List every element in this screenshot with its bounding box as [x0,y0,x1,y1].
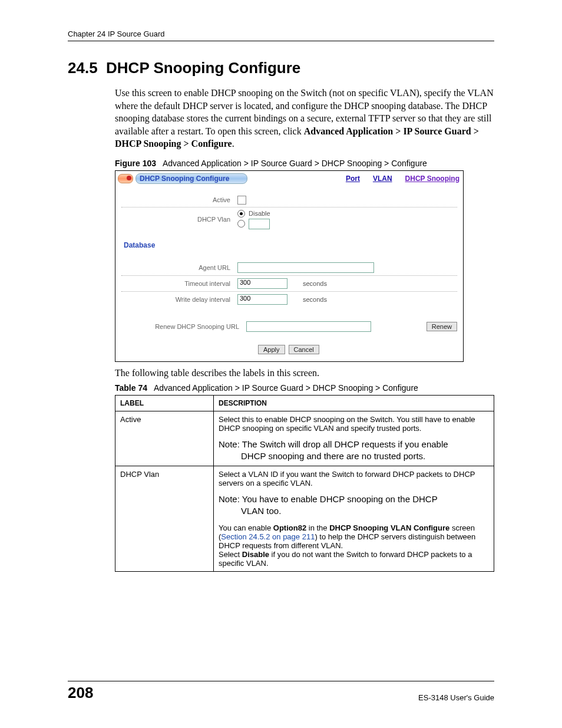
label-disable: Disable [249,210,270,217]
radio-vlan-id[interactable] [237,220,245,228]
label-write-delay: Write delay interval [121,294,237,305]
th-description: DESCRIPTION [214,395,494,411]
scr-title: DHCP Snooping Configure [135,173,247,184]
section-heading: 24.5 DHCP Snooping Configure [68,59,494,77]
label-seconds-2: seconds [291,296,327,303]
cell-desc-dhcp-vlan: Select a VLAN ID if you want the Switch … [214,466,494,572]
table-number: Table 74 [115,383,147,393]
link-vlan[interactable]: VLAN [373,174,392,183]
desc-text: Select this to enable DHCP snooping on t… [219,415,475,433]
desc-option82: You can enable Option82 in the DHCP Snoo… [219,523,489,550]
link-dhcp-snooping[interactable]: DHCP Snooping [405,174,459,183]
input-renew-url[interactable] [246,321,371,332]
apply-button[interactable]: Apply [258,345,285,354]
screenshot-figure: DHCP Snooping Configure Port VLAN DHCP S… [115,170,464,362]
cancel-button[interactable]: Cancel [289,345,319,354]
label-renew-url: Renew DHCP Snooping URL [121,321,246,332]
input-vlan-id[interactable] [249,219,270,229]
cell-label-dhcp-vlan: DHCP Vlan [115,466,214,572]
table-caption: Table 74 Advanced Application > IP Sourc… [115,383,494,393]
note-line1: Note: You have to enable DHCP snooping o… [219,494,438,504]
table-row: DHCP Vlan Select a VLAN ID if you want t… [115,466,494,572]
figure-caption-text: Advanced Application > IP Source Guard >… [163,159,427,168]
post-figure-text: The following table describes the labels… [115,367,494,380]
page-number: 208 [68,684,93,702]
note-line1: Note: The Switch will drop all DHCP requ… [219,439,448,449]
intro-paragraph: Use this screen to enable DHCP snooping … [115,87,494,150]
cell-label-active: Active [115,411,214,466]
link-port[interactable]: Port [346,174,360,183]
desc-text: Select a VLAN ID if you want the Switch … [219,470,475,487]
table-caption-text: Advanced Application > IP Source Guard >… [154,383,418,393]
guide-name: ES-3148 User's Guide [418,693,494,702]
input-timeout[interactable]: 300 [237,278,287,289]
th-label: LABEL [115,395,214,411]
figure-number: Figure 103 [115,159,156,168]
note-line2: DHCP snooping and there are no trusted p… [219,450,489,462]
intro-period: . [232,139,234,149]
label-seconds-1: seconds [291,280,327,287]
table-row: Active Select this to enable DHCP snoopi… [115,411,494,466]
figure-caption: Figure 103 Advanced Application > IP Sou… [115,159,494,168]
cell-desc-active: Select this to enable DHCP snooping on t… [214,411,494,466]
input-agent-url[interactable] [237,262,374,273]
label-active: Active [121,194,237,206]
checkbox-active[interactable] [237,196,246,205]
desc-disable: Select Disable if you do not want the Sw… [219,550,489,568]
chapter-header: Chapter 24 IP Source Guard [68,29,494,41]
radio-disable[interactable] [237,210,245,218]
section-title: DHCP Snooping Configure [106,59,300,77]
section-database: Database [121,232,457,254]
label-description-table: LABEL DESCRIPTION Active Select this to … [115,395,494,572]
note-line2: VLAN too. [219,505,489,517]
cross-reference-link[interactable]: Section 24.5.2 on page 211 [221,532,315,541]
page-footer: 208 ES-3148 User's Guide [68,681,494,702]
renew-button[interactable]: Renew [427,322,457,331]
label-timeout: Timeout interval [121,278,237,289]
pill-icon [118,174,133,183]
label-agent-url: Agent URL [121,262,237,274]
label-dhcp-vlan: DHCP Vlan [121,213,237,225]
section-number: 24.5 [68,59,98,77]
input-write-delay[interactable]: 300 [237,294,287,305]
